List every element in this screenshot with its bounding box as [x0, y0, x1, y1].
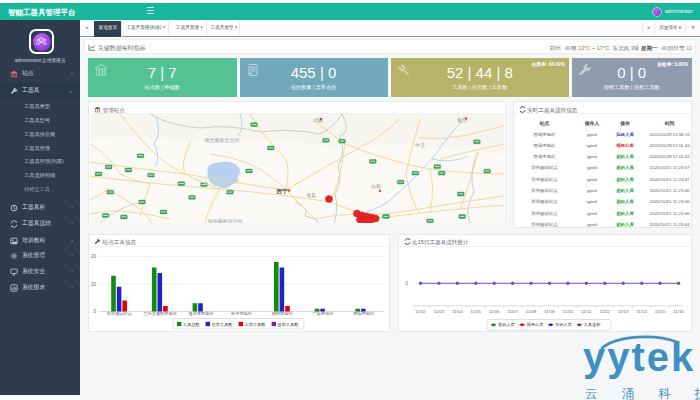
svg-text:兰州文威路变电站: 兰州文威路变电站: [143, 311, 177, 316]
svg-text:yytek: yytek: [583, 335, 695, 379]
svg-text:11/14: 11/14: [636, 308, 647, 313]
svg-text:海南藏族自治州: 海南藏族自治州: [208, 218, 243, 223]
svg-text:20: 20: [91, 254, 97, 259]
svg-text:海北藏族自治州: 海北藏族自治州: [205, 137, 240, 144]
svg-text:11/04: 11/04: [452, 308, 463, 313]
svg-text:海东: 海东: [306, 192, 316, 198]
svg-text:郑州测试站点: 郑州测试站点: [107, 311, 132, 316]
svg-text:朝阳变电站: 朝阳变电站: [272, 311, 294, 317]
svg-text:西福变电站: 西福变电站: [353, 311, 375, 316]
svg-text:云涌科技: 云涌科技: [585, 387, 700, 400]
svg-text:送检工具数: 送检工具数: [278, 321, 300, 326]
svg-text:11/02: 11/02: [415, 308, 426, 313]
svg-text:11/10: 11/10: [562, 308, 573, 313]
svg-text:11/07: 11/07: [507, 308, 518, 313]
svg-text:10: 10: [91, 281, 97, 286]
svg-text:白银: 白银: [371, 183, 381, 189]
svg-text:在库工具数: 在库工具数: [212, 321, 234, 326]
svg-text:11/12: 11/12: [599, 308, 610, 313]
svg-text:0: 0: [93, 309, 96, 314]
svg-text:工具送检: 工具送检: [582, 321, 601, 326]
svg-text:11/06: 11/06: [489, 308, 500, 313]
svg-text:海石湾变电站: 海石湾变电站: [188, 311, 214, 316]
svg-text:11/13: 11/13: [618, 308, 629, 313]
svg-text:中卫: 中卫: [415, 143, 425, 148]
svg-text:广场变电站: 广场变电站: [312, 311, 334, 317]
svg-text:11/15: 11/15: [654, 308, 665, 313]
svg-text:归还入库: 归还入库: [555, 321, 573, 326]
svg-text:11/05: 11/05: [470, 308, 481, 313]
svg-text:和平变电站: 和平变电站: [231, 311, 253, 316]
svg-text:11/08: 11/08: [525, 308, 536, 313]
svg-text:11/03: 11/03: [433, 308, 444, 313]
svg-text:11/09: 11/09: [544, 308, 555, 313]
svg-text:出库工具数: 出库工具数: [245, 321, 267, 326]
svg-text:0: 0: [405, 280, 408, 285]
svg-text:11/11: 11/11: [581, 308, 592, 313]
svg-text:工具总数: 工具总数: [182, 321, 201, 326]
svg-text:领用出库: 领用出库: [526, 321, 544, 326]
svg-text:西宁: 西宁: [276, 188, 289, 195]
svg-text:初始入库: 初始入库: [498, 321, 516, 326]
svg-text:11/16: 11/16: [673, 308, 684, 313]
